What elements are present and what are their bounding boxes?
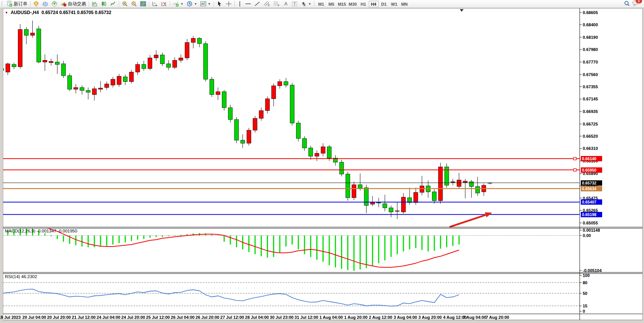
dropdown-arrow-icon: ▼ bbox=[180, 2, 183, 6]
timeframe-button-m30[interactable]: M30 bbox=[348, 1, 358, 7]
market-watch-icon bbox=[33, 1, 39, 7]
separator bbox=[214, 1, 214, 7]
auto-trading-label: 自动交易 bbox=[68, 1, 86, 7]
zoom-out-icon bbox=[131, 1, 137, 7]
auto-trading-icon bbox=[61, 1, 67, 7]
dropdown-arrow-icon: ▼ bbox=[194, 2, 197, 6]
trendline-icon bbox=[254, 1, 260, 7]
chart-shift-button[interactable] bbox=[159, 0, 169, 8]
auto-trading-button[interactable]: 自动交易 bbox=[59, 0, 88, 8]
candlestick-chart-icon bbox=[101, 1, 107, 7]
separator bbox=[314, 1, 314, 7]
timeframe-button-m1[interactable]: M1 bbox=[316, 1, 326, 7]
timeframe-button-m15[interactable]: M15 bbox=[337, 1, 347, 7]
periods-button[interactable]: ▼ bbox=[185, 0, 199, 8]
separator bbox=[170, 1, 170, 7]
vertical-line-icon bbox=[238, 1, 242, 7]
text-label-button[interactable]: T bbox=[290, 0, 299, 8]
vertical-line-button[interactable] bbox=[236, 0, 244, 8]
tile-windows-icon bbox=[140, 1, 146, 7]
line-chart-button[interactable] bbox=[108, 0, 118, 8]
new-order-button[interactable]: 新订单 bbox=[5, 0, 29, 8]
equidistant-channel-icon: E bbox=[263, 1, 270, 7]
search-button[interactable] bbox=[622, 0, 632, 8]
trendline-button[interactable] bbox=[253, 0, 262, 8]
zoom-in-button[interactable] bbox=[120, 0, 129, 8]
notification-badge: 1 bbox=[636, 0, 642, 3]
timeframe-button-m5[interactable]: M5 bbox=[327, 1, 336, 7]
separator bbox=[30, 1, 30, 7]
chart-canvas[interactable] bbox=[0, 0, 644, 323]
data-window-icon bbox=[42, 1, 48, 7]
indicators-button[interactable]: ▼ bbox=[171, 0, 185, 8]
separator bbox=[234, 1, 235, 7]
svg-text:E: E bbox=[268, 4, 270, 6]
tile-windows-button[interactable] bbox=[139, 0, 148, 8]
fibonacci-button[interactable]: F bbox=[272, 0, 282, 8]
fibonacci-icon: F bbox=[273, 1, 280, 7]
zoom-out-button[interactable] bbox=[129, 0, 139, 8]
navigator-icon bbox=[51, 1, 57, 7]
cursor-arrow-icon bbox=[217, 1, 223, 7]
timeframe-button-w1[interactable]: W1 bbox=[389, 1, 399, 7]
toolbar-grip[interactable] bbox=[2, 1, 4, 6]
text-label-icon: T bbox=[292, 1, 298, 7]
separator bbox=[149, 1, 149, 7]
timeframe-button-h1[interactable]: H1 bbox=[359, 1, 368, 7]
new-order-label: 新订单 bbox=[14, 1, 27, 7]
line-chart-icon bbox=[110, 1, 116, 7]
cursor-button[interactable] bbox=[215, 0, 224, 8]
text-button[interactable]: A bbox=[282, 0, 290, 8]
market-watch-button[interactable] bbox=[32, 0, 41, 8]
svg-text:A: A bbox=[284, 1, 287, 6]
chart-shift-icon bbox=[161, 1, 167, 7]
dropdown-arrow-icon: ▼ bbox=[208, 2, 211, 6]
dropdown-arrow-icon: ▼ bbox=[308, 2, 311, 6]
svg-text:T: T bbox=[293, 2, 296, 6]
horizontal-line-button[interactable] bbox=[244, 0, 253, 8]
templates-button[interactable]: ▼ bbox=[199, 0, 212, 8]
timeframe-button-h4[interactable]: H4 bbox=[369, 1, 379, 7]
crosshair-icon bbox=[226, 1, 232, 7]
arrows-button[interactable]: ▼ bbox=[299, 0, 313, 8]
navigator-button[interactable] bbox=[50, 0, 59, 8]
bar-chart-button[interactable] bbox=[90, 0, 99, 8]
horizontal-line-icon bbox=[245, 1, 251, 7]
clock-icon bbox=[187, 1, 193, 7]
chat-button[interactable]: 1 bbox=[632, 0, 639, 8]
indicators-icon bbox=[173, 1, 179, 7]
arrows-icon bbox=[301, 1, 307, 7]
equidistant-channel-button[interactable]: E bbox=[262, 0, 272, 8]
timeframe-button-mn[interactable]: MN bbox=[400, 1, 410, 7]
toolbar: 新订单 自动交易 bbox=[0, 0, 644, 8]
new-order-icon bbox=[6, 1, 13, 7]
search-icon bbox=[623, 0, 630, 7]
bar-chart-icon bbox=[92, 1, 98, 7]
auto-scroll-button[interactable] bbox=[150, 0, 159, 8]
separator bbox=[119, 1, 119, 7]
templates-icon bbox=[200, 1, 206, 7]
timeframe-group: M1M5M15M30H1H4D1W1MN bbox=[316, 1, 410, 7]
candlestick-chart-button[interactable] bbox=[99, 0, 108, 8]
auto-scroll-icon bbox=[152, 1, 158, 7]
zoom-in-icon bbox=[122, 1, 128, 7]
crosshair-button[interactable] bbox=[224, 0, 233, 8]
separator bbox=[89, 1, 89, 7]
data-window-button[interactable] bbox=[41, 0, 50, 8]
text-icon: A bbox=[283, 1, 289, 7]
svg-text:F: F bbox=[278, 4, 279, 7]
timeframe-button-d1[interactable]: D1 bbox=[379, 1, 389, 7]
